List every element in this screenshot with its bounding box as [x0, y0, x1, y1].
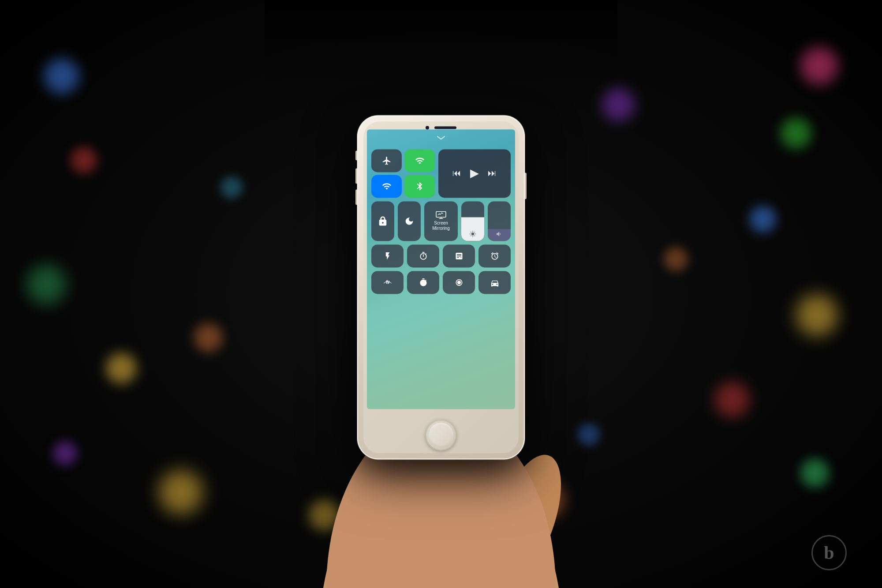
cellular-icon	[415, 156, 425, 165]
iphone-body: ⏮ ▶ ⏭	[363, 121, 519, 453]
volume-down-button[interactable]	[355, 189, 357, 205]
control-center: ⏮ ▶ ⏭	[371, 149, 511, 404]
volume-icon	[496, 230, 503, 237]
car-icon	[490, 278, 500, 286]
apple-tv-icon: tv	[381, 278, 394, 287]
iphone-screen: ⏮ ▶ ⏭	[367, 129, 515, 409]
alarm-button[interactable]	[478, 244, 511, 267]
drag-handle[interactable]	[436, 134, 446, 142]
apple-tv-button[interactable]: tv	[371, 271, 404, 294]
row-connectivity-media: ⏮ ▶ ⏭	[371, 149, 511, 198]
stopwatch-button[interactable]	[407, 271, 439, 294]
timer-icon	[419, 251, 428, 260]
carplay-button[interactable]	[478, 271, 511, 294]
bluetooth-icon	[415, 181, 425, 191]
front-camera	[426, 126, 429, 129]
bluetooth-button[interactable]	[404, 175, 435, 198]
flashlight-button[interactable]	[371, 244, 404, 267]
site-watermark: b	[811, 535, 847, 570]
volume-up-button[interactable]	[355, 168, 357, 184]
wifi-icon	[382, 181, 392, 191]
flashlight-icon	[383, 251, 392, 260]
fast-forward-button[interactable]: ⏭	[488, 168, 497, 178]
do-not-disturb-button[interactable]	[398, 201, 421, 241]
calculator-button[interactable]	[443, 244, 475, 267]
svg-rect-5	[436, 211, 446, 217]
wifi-button[interactable]	[371, 175, 402, 198]
play-button[interactable]: ▶	[470, 166, 479, 180]
rewind-button[interactable]: ⏮	[452, 168, 461, 178]
screen-record-button[interactable]	[443, 271, 475, 294]
moon-icon	[404, 216, 414, 226]
row-controls: ScreenMirroring	[371, 201, 511, 241]
brightness-slider[interactable]	[461, 201, 484, 241]
screen-record-icon	[455, 278, 463, 287]
airplane-icon	[382, 156, 392, 165]
connectivity-grid	[371, 149, 435, 198]
home-button-inner	[429, 423, 453, 447]
brightness-icon	[469, 230, 476, 237]
stopwatch-icon	[419, 278, 428, 287]
timer-button[interactable]	[407, 244, 439, 267]
calculator-icon	[455, 251, 463, 260]
media-controls: ⏮ ▶ ⏭	[452, 166, 497, 180]
media-player: ⏮ ▶ ⏭	[438, 149, 511, 198]
app-shortcuts-row: tv	[371, 271, 511, 294]
rotation-lock-button[interactable]	[371, 201, 394, 241]
rotation-lock-icon	[378, 216, 388, 226]
shortcuts-row	[371, 244, 511, 267]
watermark-letter: b	[811, 535, 847, 570]
svg-point-8	[387, 280, 388, 281]
cellular-button[interactable]	[404, 149, 435, 172]
alarm-icon	[490, 251, 499, 260]
screen-mirroring-icon	[436, 211, 446, 219]
screen-mirroring-button[interactable]: ScreenMirroring	[424, 201, 458, 241]
airplane-mode-button[interactable]	[371, 149, 402, 172]
iphone-frame: ⏮ ▶ ⏭	[357, 115, 525, 459]
home-button[interactable]	[426, 419, 456, 450]
volume-slider[interactable]	[488, 201, 511, 241]
power-button[interactable]	[525, 172, 527, 199]
screen-mirroring-label: ScreenMirroring	[432, 221, 449, 231]
silent-switch[interactable]	[355, 150, 357, 160]
earpiece-speaker	[434, 126, 456, 129]
svg-point-10	[457, 281, 460, 284]
